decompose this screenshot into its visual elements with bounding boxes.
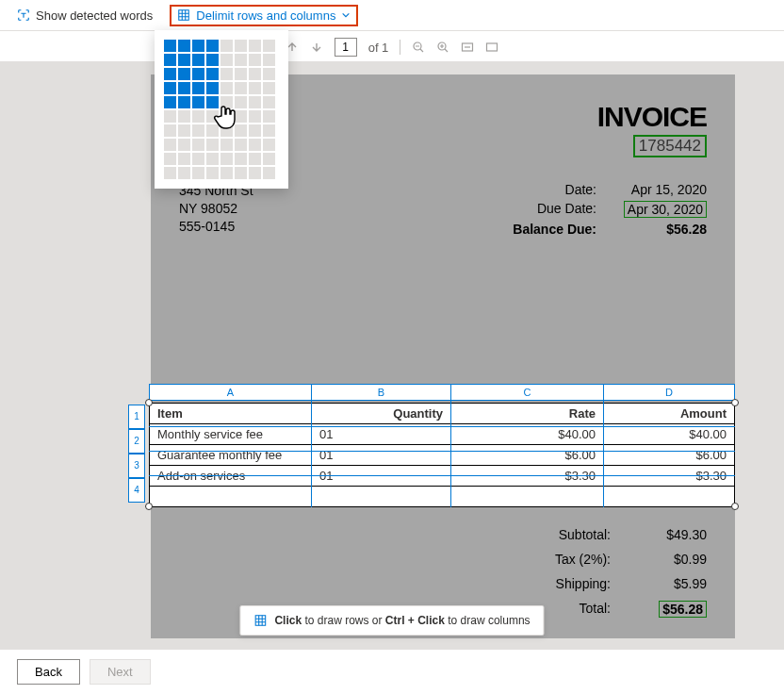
- fit-page-icon[interactable]: [485, 41, 498, 54]
- grid-cell[interactable]: [235, 96, 247, 108]
- grid-cell[interactable]: [178, 96, 190, 108]
- grid-cell[interactable]: [206, 124, 219, 137]
- grid-cell[interactable]: [164, 68, 176, 80]
- grid-cell[interactable]: [263, 54, 275, 66]
- grid-cell[interactable]: [192, 54, 204, 66]
- resize-handle[interactable]: [731, 503, 739, 510]
- grid-cell[interactable]: [220, 167, 233, 179]
- grid-cell[interactable]: [206, 153, 219, 165]
- back-button[interactable]: Back: [17, 659, 80, 685]
- grid-size-picker[interactable]: [155, 30, 288, 189]
- grid-cell[interactable]: [249, 110, 261, 123]
- row-1[interactable]: 1: [128, 405, 145, 429]
- grid-cell[interactable]: [235, 110, 247, 123]
- grid-cell[interactable]: [178, 153, 190, 165]
- grid-cell[interactable]: [220, 153, 233, 165]
- grid-cell[interactable]: [249, 153, 261, 165]
- grid-cell[interactable]: [206, 167, 219, 179]
- row-2[interactable]: 2: [128, 429, 145, 454]
- grid-cell[interactable]: [164, 54, 176, 66]
- next-page-icon[interactable]: [310, 41, 323, 54]
- grid-cell[interactable]: [178, 139, 190, 151]
- grid-cell[interactable]: [249, 54, 261, 66]
- grid-cell[interactable]: [220, 110, 233, 123]
- grid-cell[interactable]: [164, 167, 176, 179]
- grid-cell[interactable]: [192, 124, 204, 137]
- grid-cell[interactable]: [220, 124, 233, 137]
- grid-cell[interactable]: [235, 167, 247, 179]
- grid-cell[interactable]: [249, 68, 261, 80]
- resize-handle[interactable]: [145, 399, 153, 406]
- grid-cell[interactable]: [235, 68, 247, 80]
- grid-cell[interactable]: [263, 124, 275, 137]
- grid-cell[interactable]: [263, 96, 275, 108]
- row-3[interactable]: 3: [128, 454, 145, 478]
- grid-cell[interactable]: [235, 54, 247, 66]
- grid-cell[interactable]: [178, 124, 190, 137]
- grid-cell[interactable]: [178, 167, 190, 179]
- grid-cell[interactable]: [206, 82, 219, 94]
- grid-cell[interactable]: [178, 110, 190, 123]
- grid-cell[interactable]: [235, 40, 247, 52]
- grid-cell[interactable]: [206, 40, 219, 52]
- grid-cells[interactable]: [164, 40, 279, 179]
- grid-cell[interactable]: [235, 82, 247, 94]
- grid-cell[interactable]: [206, 68, 219, 80]
- grid-cell[interactable]: [220, 68, 233, 80]
- grid-cell[interactable]: [235, 124, 247, 137]
- fit-width-icon[interactable]: [461, 41, 474, 54]
- grid-cell[interactable]: [220, 96, 233, 108]
- grid-cell[interactable]: [249, 124, 261, 137]
- grid-cell[interactable]: [235, 139, 247, 151]
- grid-cell[interactable]: [178, 68, 190, 80]
- grid-cell[interactable]: [263, 82, 275, 94]
- grid-cell[interactable]: [220, 139, 233, 151]
- grid-cell[interactable]: [263, 139, 275, 151]
- grid-cell[interactable]: [164, 110, 176, 123]
- grid-cell[interactable]: [263, 153, 275, 165]
- grid-cell[interactable]: [164, 82, 176, 94]
- grid-cell[interactable]: [206, 54, 219, 66]
- grid-cell[interactable]: [192, 110, 204, 123]
- zoom-in-icon[interactable]: [436, 41, 449, 54]
- grid-cell[interactable]: [192, 68, 204, 80]
- grid-cell[interactable]: [206, 110, 219, 123]
- show-detected-words-button[interactable]: Show detected words: [17, 8, 153, 23]
- grid-cell[interactable]: [164, 153, 176, 165]
- grid-cell[interactable]: [164, 124, 176, 137]
- grid-cell[interactable]: [192, 153, 204, 165]
- grid-cell[interactable]: [249, 82, 261, 94]
- grid-cell[interactable]: [235, 153, 247, 165]
- grid-cell[interactable]: [249, 96, 261, 108]
- table-selection-overlay[interactable]: A B C D 1 2 3 4 Item Quantity Rate Amoun…: [149, 384, 752, 507]
- grid-cell[interactable]: [220, 54, 233, 66]
- col-a[interactable]: A: [150, 385, 312, 400]
- grid-cell[interactable]: [263, 40, 275, 52]
- delimit-rows-columns-button[interactable]: Delimit rows and columns: [170, 5, 358, 26]
- grid-cell[interactable]: [206, 96, 219, 108]
- grid-cell[interactable]: [164, 139, 176, 151]
- grid-cell[interactable]: [192, 167, 204, 179]
- grid-cell[interactable]: [164, 40, 176, 52]
- grid-cell[interactable]: [263, 68, 275, 80]
- grid-cell[interactable]: [263, 110, 275, 123]
- row-4[interactable]: 4: [128, 478, 145, 503]
- grid-cell[interactable]: [249, 40, 261, 52]
- grid-cell[interactable]: [192, 82, 204, 94]
- page-number-input[interactable]: [335, 38, 357, 57]
- grid-cell[interactable]: [192, 96, 204, 108]
- grid-cell[interactable]: [263, 167, 275, 179]
- grid-cell[interactable]: [178, 54, 190, 66]
- grid-cell[interactable]: [192, 40, 204, 52]
- grid-cell[interactable]: [178, 40, 190, 52]
- grid-cell[interactable]: [164, 96, 176, 108]
- resize-handle[interactable]: [145, 503, 153, 510]
- grid-cell[interactable]: [178, 82, 190, 94]
- grid-cell[interactable]: [220, 82, 233, 94]
- grid-cell[interactable]: [206, 139, 219, 151]
- col-c[interactable]: C: [451, 385, 604, 400]
- col-b[interactable]: B: [312, 385, 451, 400]
- resize-handle[interactable]: [731, 399, 739, 406]
- grid-cell[interactable]: [192, 139, 204, 151]
- zoom-out-icon[interactable]: [412, 41, 425, 54]
